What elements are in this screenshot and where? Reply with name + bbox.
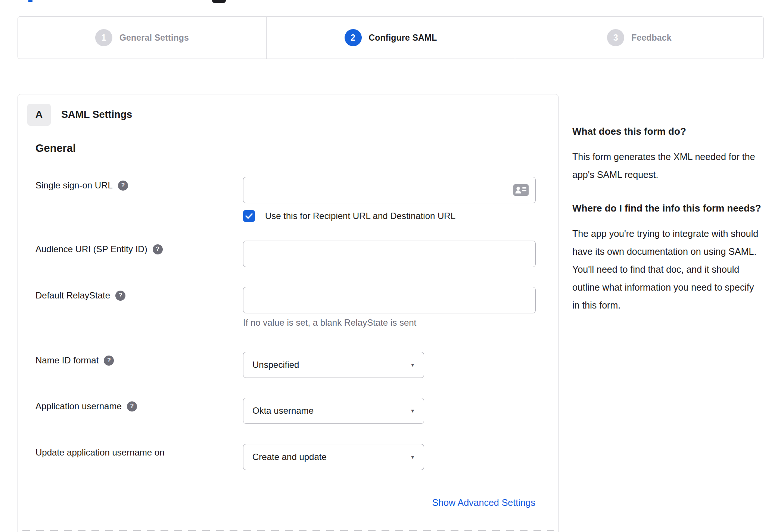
checkmark-icon [245,213,253,219]
step-number-badge: 3 [607,29,624,46]
show-advanced-settings-link[interactable]: Show Advanced Settings [432,497,535,508]
help-icon[interactable]: ? [115,291,125,301]
help-icon[interactable]: ? [118,181,128,191]
single-sign-on-url-input[interactable] [243,177,536,203]
saml-settings-panel: A SAML Settings General Single sign-on U… [18,94,558,532]
help-icon[interactable]: ? [104,356,114,366]
step-label: General Settings [119,33,189,43]
section-title: SAML Settings [61,104,132,126]
name-id-format-label: Name ID format ? [35,355,114,366]
clipped-header-icon-fragment [212,0,226,3]
clipped-header-fragment [28,0,32,2]
chevron-down-icon: ▼ [410,408,415,414]
single-sign-on-url-label: Single sign-on URL ? [35,180,128,191]
relaystate-helper-text: If no value is set, a blank RelayState i… [243,317,416,328]
step-number-badge: 2 [345,29,362,46]
selected-value: Okta username [252,406,314,416]
step-number-badge: 1 [95,29,112,46]
step-configure-saml[interactable]: 2 Configure SAML [266,17,515,59]
help-icon[interactable]: ? [153,244,163,254]
help-answer-2: The app you're trying to integrate with … [572,225,763,314]
recipient-url-checkbox[interactable] [243,210,255,222]
application-username-label: Application username ? [35,401,137,411]
help-icon[interactable]: ? [127,401,137,411]
help-answer-1: This form generates the XML needed for t… [572,148,763,184]
help-question-2: Where do I find the info this form needs… [572,200,763,216]
default-relaystate-label: Default RelayState ? [35,290,125,301]
section-a-badge: A [27,104,51,126]
help-question-1: What does this form do? [572,123,763,140]
update-application-username-label: Update application username on [35,447,165,458]
chevron-down-icon: ▼ [410,454,415,460]
help-sidebar: What does this form do? This form genera… [572,123,763,331]
step-feedback[interactable]: 3 Feedback [515,17,763,59]
step-label: Configure SAML [369,33,437,43]
default-relaystate-input[interactable] [243,287,536,313]
application-username-select[interactable]: Okta username ▼ [243,398,424,424]
selected-value: Unspecified [252,360,299,370]
general-group-heading: General [35,142,76,154]
update-application-username-select[interactable]: Create and update ▼ [243,444,424,470]
wizard-stepper: 1 General Settings 2 Configure SAML 3 Fe… [18,16,764,59]
recipient-url-checkbox-label[interactable]: Use this for Recipient URL and Destinati… [265,211,455,221]
name-id-format-select[interactable]: Unspecified ▼ [243,352,424,378]
section-dashed-divider [22,530,554,531]
chevron-down-icon: ▼ [410,362,415,368]
step-general-settings[interactable]: 1 General Settings [18,17,266,59]
audience-uri-input[interactable] [243,241,536,267]
step-label: Feedback [631,33,672,43]
selected-value: Create and update [252,452,327,462]
audience-uri-label: Audience URI (SP Entity ID) ? [35,244,163,254]
